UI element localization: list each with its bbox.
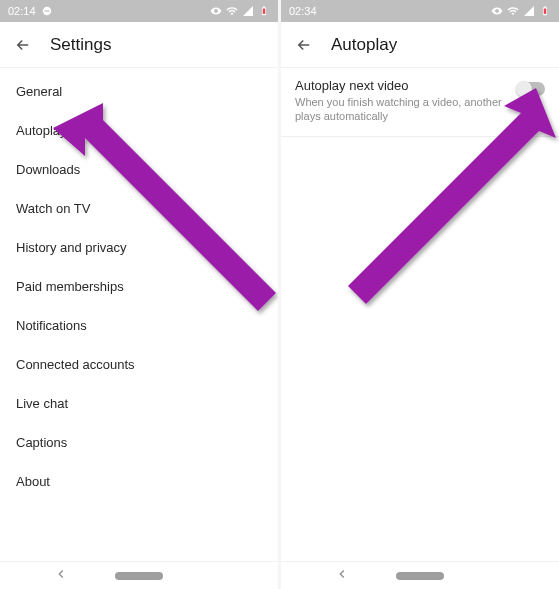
settings-list-container: General Autoplay Downloads Watch on TV H…: [0, 68, 278, 561]
settings-item-label: Connected accounts: [16, 357, 135, 372]
settings-item-label: Notifications: [16, 318, 87, 333]
back-button[interactable]: [14, 36, 32, 54]
svg-rect-3: [263, 6, 265, 7]
nav-home-pill[interactable]: [115, 572, 163, 580]
settings-item-label: About: [16, 474, 50, 489]
setting-title: Autoplay next video: [295, 78, 509, 93]
eye-icon: [491, 5, 503, 17]
signal-icon: [242, 5, 254, 17]
nav-back-button[interactable]: [54, 567, 68, 585]
autoplay-toggle[interactable]: [517, 82, 545, 96]
status-bar: 02:14: [0, 0, 278, 22]
settings-item-history-privacy[interactable]: History and privacy: [0, 228, 278, 267]
settings-item-label: Captions: [16, 435, 67, 450]
settings-item-label: Live chat: [16, 396, 68, 411]
settings-item-watch-on-tv[interactable]: Watch on TV: [0, 189, 278, 228]
page-title: Settings: [50, 35, 111, 55]
toggle-knob: [516, 81, 532, 97]
svg-rect-4: [263, 9, 266, 14]
settings-item-general[interactable]: General: [0, 72, 278, 111]
nav-bar: [281, 561, 559, 589]
eye-icon: [210, 5, 222, 17]
nav-home-pill[interactable]: [396, 572, 444, 580]
settings-item-autoplay[interactable]: Autoplay: [0, 111, 278, 150]
settings-item-notifications[interactable]: Notifications: [0, 306, 278, 345]
settings-item-paid-memberships[interactable]: Paid memberships: [0, 267, 278, 306]
back-button[interactable]: [295, 36, 313, 54]
phone-left: 02:14 Settings General: [0, 0, 278, 589]
settings-item-label: Downloads: [16, 162, 80, 177]
topbar: Settings: [0, 22, 278, 68]
settings-item-label: Paid memberships: [16, 279, 124, 294]
settings-item-label: General: [16, 84, 62, 99]
settings-item-connected-accounts[interactable]: Connected accounts: [0, 345, 278, 384]
setting-text: Autoplay next video When you finish watc…: [295, 78, 517, 124]
page-title: Autoplay: [331, 35, 397, 55]
svg-rect-1: [44, 10, 49, 11]
nav-back-button[interactable]: [335, 567, 349, 585]
autoplay-next-video-row[interactable]: Autoplay next video When you finish watc…: [281, 68, 559, 137]
topbar: Autoplay: [281, 22, 559, 68]
svg-rect-8: [544, 9, 547, 14]
settings-item-label: Watch on TV: [16, 201, 90, 216]
settings-item-label: History and privacy: [16, 240, 127, 255]
nav-bar: [0, 561, 278, 589]
battery-icon: [258, 5, 270, 17]
dnd-icon: [41, 5, 53, 17]
autoplay-content: Autoplay next video When you finish watc…: [281, 68, 559, 561]
wifi-icon: [226, 5, 238, 17]
wifi-icon: [507, 5, 519, 17]
setting-desc: When you finish watching a video, anothe…: [295, 95, 509, 124]
settings-item-about[interactable]: About: [0, 462, 278, 501]
settings-item-captions[interactable]: Captions: [0, 423, 278, 462]
svg-rect-7: [544, 6, 546, 7]
battery-icon: [539, 5, 551, 17]
settings-item-live-chat[interactable]: Live chat: [0, 384, 278, 423]
settings-item-downloads[interactable]: Downloads: [0, 150, 278, 189]
signal-icon: [523, 5, 535, 17]
clock: 02:34: [289, 5, 317, 17]
settings-item-label: Autoplay: [16, 123, 67, 138]
status-bar: 02:34: [281, 0, 559, 22]
phone-right: 02:34 Autoplay Autoplay next video: [281, 0, 559, 589]
clock: 02:14: [8, 5, 36, 17]
